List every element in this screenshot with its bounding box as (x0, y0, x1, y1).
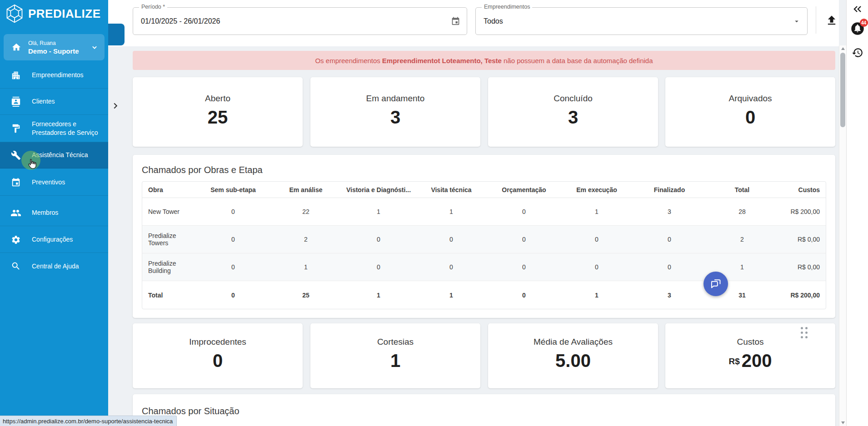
sidebar-item-membros[interactable]: Membros (0, 200, 108, 226)
card-label: Improcedentes (133, 337, 303, 347)
cell: 0 (560, 253, 633, 281)
calendar-icon (8, 178, 24, 188)
vertical-scrollbar[interactable] (839, 45, 846, 426)
upload-icon[interactable] (825, 14, 838, 27)
sidebar-item-label: Configurações (32, 235, 76, 244)
cell: 1 (415, 198, 488, 226)
cell: 1 (342, 281, 415, 309)
scroll-up-arrow[interactable] (841, 47, 845, 50)
table-title: Chamados por Obras e Etapa (142, 165, 263, 175)
card-value: 3 (488, 107, 658, 128)
card-label: Em andamento (310, 94, 480, 104)
link-preview-statusbar: https://admin.predialize.com.br/demo-sup… (0, 416, 177, 426)
sidebar-item-label: Central de Ajuda (32, 262, 83, 271)
empreendimentos-label: Empreendimentos (482, 4, 532, 10)
cell: 0 (488, 253, 560, 281)
cell: 22 (269, 198, 342, 226)
scrollbar-thumb[interactable] (840, 53, 845, 127)
table-header-row: Obra Sem sub-etapa Em análise Vistoria e… (142, 182, 826, 198)
table-row[interactable]: New Tower0 221 10 13 28R$ 200,00 (142, 198, 826, 226)
sidebar-item-empreendimentos[interactable]: Empreendimentos (0, 62, 108, 89)
card-label: Concluído (488, 94, 658, 104)
period-field[interactable]: Período * 01/10/2025 - 26/01/2026 (133, 7, 467, 35)
sidebar-item-label: Clientes (32, 97, 59, 106)
cube-logo-icon (5, 4, 25, 24)
cell: Predialize Building (142, 253, 197, 281)
card-concluido: Concluído 3 (488, 77, 658, 147)
chamados-obras-card: Chamados por Obras e Etapa Obra Sem sub-… (133, 155, 835, 318)
card-improcedentes: Improcedentes 0 (133, 323, 303, 388)
card-value: 0 (133, 351, 303, 371)
scroll-down-arrow[interactable] (841, 421, 845, 424)
col-header: Em análise (269, 182, 342, 198)
account-switcher[interactable]: Olá, Ruana Demo - Suporte (4, 34, 105, 60)
empreendimentos-value: Todos (484, 17, 503, 25)
card-value: 5.00 (488, 351, 658, 371)
chevron-down-icon (793, 17, 801, 25)
collapse-panel-icon[interactable] (852, 4, 863, 15)
card-value: R$200 (665, 351, 835, 371)
cell: 0 (197, 253, 269, 281)
sidebar-expand-button[interactable] (110, 100, 120, 112)
col-header: Sem sub-etapa (197, 182, 269, 198)
chamados-situacao-card: Chamados por Situação (133, 394, 835, 426)
user-greeting: Olá, Ruana (28, 40, 90, 46)
cell: R$ 0,00 (778, 226, 826, 253)
cell: 0 (488, 198, 560, 226)
cell: 0 (415, 226, 488, 253)
cell: 2 (706, 226, 778, 253)
card-value: 0 (665, 107, 835, 128)
people-icon (8, 208, 24, 218)
chat-bubble-icon (709, 277, 722, 290)
sidebar-item-label: Assistência Técnica (32, 151, 91, 159)
card-label: Cortesias (310, 337, 480, 347)
chat-button[interactable] (703, 272, 728, 296)
drag-handle-icon[interactable] (801, 327, 809, 340)
brand-logo: PREDIALIZE (5, 4, 101, 24)
home-icon (8, 42, 25, 52)
cell: 0 (633, 253, 706, 281)
sidebar-item-fornecedores[interactable]: Fornecedores e Prestadores de Serviço (0, 115, 108, 142)
card-value: 25 (133, 107, 303, 128)
history-icon[interactable] (852, 47, 863, 59)
col-header: Obra (142, 182, 197, 198)
cell: 0 (633, 226, 706, 253)
sidebar-item-label: Fornecedores e Prestadores de Serviço (32, 120, 105, 137)
main-content: Os empreendimentos Empreendimentot Lotea… (108, 46, 839, 426)
search-icon (8, 261, 24, 271)
card-aberto: Aberto 25 (133, 77, 303, 147)
automation-warning-banner: Os empreendimentos Empreendimentot Lotea… (133, 51, 835, 70)
sidebar-item-label: Membros (32, 208, 62, 217)
card-value: 3 (310, 107, 480, 128)
table-row[interactable]: Predialize Towers0 20 00 00 2R$ 0,00 (142, 226, 826, 253)
card-label: Média de Avaliações (488, 337, 658, 347)
contacts-icon (8, 97, 24, 107)
alert-text-prefix: Os empreendimentos (315, 57, 380, 64)
paint-roller-icon (8, 124, 24, 134)
building-icon (8, 70, 24, 80)
sidebar-item-central-de-ajuda[interactable]: Central de Ajuda (0, 253, 108, 279)
empreendimentos-select[interactable]: Empreendimentos Todos (475, 7, 808, 35)
col-header: Finalizado (633, 182, 706, 198)
sidebar-item-configuracoes[interactable]: Configurações (0, 227, 108, 253)
card-label: Aberto (133, 94, 303, 104)
card-custos: Custos R$200 (665, 323, 835, 388)
cell: 1 (560, 281, 633, 309)
section-title: Chamados por Situação (142, 406, 239, 416)
cell: 0 (342, 226, 415, 253)
notification-badge: 44 (860, 19, 868, 27)
sidebar-item-clientes[interactable]: Clientes (0, 89, 108, 115)
cell: Total (142, 281, 197, 309)
cell: 3 (633, 281, 706, 309)
calendar-picker-icon[interactable] (451, 16, 460, 26)
card-label: Arquivados (665, 94, 835, 104)
col-header: Vistoria e Diagnósti... (342, 182, 415, 198)
sidebar-tab (108, 24, 125, 45)
gear-icon (8, 235, 24, 245)
cell: 25 (269, 281, 342, 309)
notifications-button[interactable]: 44 (851, 22, 864, 35)
cell: 0 (197, 281, 269, 309)
sidebar-item-assistencia-tecnica[interactable]: Assistência Técnica (0, 142, 108, 168)
alert-highlight: Empreendimentot Loteamento, Teste (382, 57, 502, 64)
sidebar-item-preventivos[interactable]: Preventivos (0, 169, 108, 196)
